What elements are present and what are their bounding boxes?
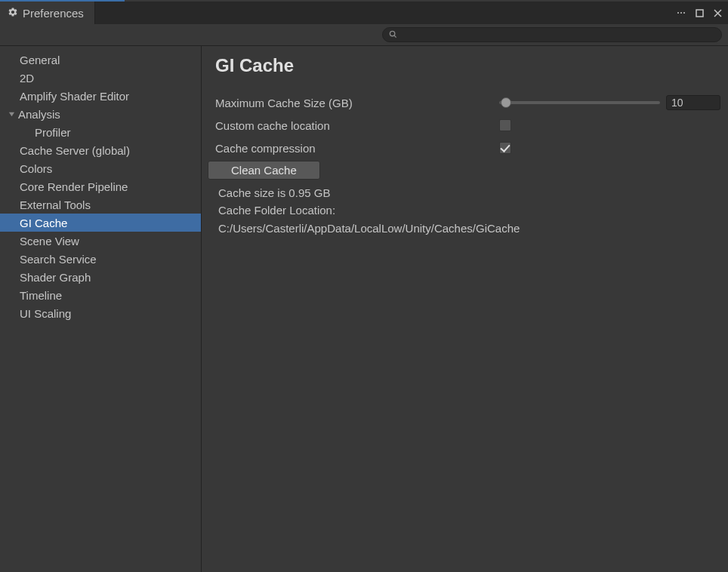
cache-folder-path: C:/Users/Casterli/AppData/LocalLow/Unity… [215, 219, 720, 237]
svg-point-2 [683, 12, 685, 14]
svg-point-1 [680, 12, 682, 14]
svg-rect-3 [696, 10, 703, 17]
sidebar-item-gi-cache[interactable]: GI Cache [0, 214, 201, 232]
cache-compression-label: Cache compression [215, 142, 499, 155]
sidebar-item-label: Amplify Shader Editor [20, 90, 129, 103]
cache-compression-checkbox[interactable] [499, 142, 511, 154]
sidebar-item-search-service[interactable]: Search Service [0, 250, 201, 268]
max-cache-size-label: Maximum Cache Size (GB) [215, 97, 499, 109]
sidebar-item-timeline[interactable]: Timeline [0, 286, 201, 304]
maximize-icon[interactable] [693, 7, 705, 19]
svg-point-0 [677, 12, 679, 14]
sidebar-item-external-tools[interactable]: External Tools [0, 195, 201, 214]
sidebar-item-label: Core Render Pipeline [20, 180, 128, 193]
sidebar-item-general[interactable]: General [0, 51, 201, 69]
sidebar-item-label: Cache Server (global) [20, 144, 130, 157]
sidebar-item-label: General [20, 54, 60, 66]
sidebar-item-profiler[interactable]: Profiler [0, 123, 201, 141]
svg-point-6 [390, 31, 394, 35]
sidebar-item-label: 2D [20, 72, 34, 85]
sidebar-item-ui-scaling[interactable]: UI Scaling [0, 304, 201, 322]
gear-icon [8, 7, 18, 20]
sidebar-item-label: Profiler [35, 126, 71, 139]
custom-cache-location-label: Custom cache location [215, 119, 499, 132]
page-title: GI Cache [215, 55, 720, 76]
sidebar-item-colors[interactable]: Colors [0, 159, 201, 177]
sidebar: General 2D Amplify Shader Editor Analysi… [0, 46, 202, 572]
sidebar-item-label: UI Scaling [20, 307, 71, 320]
sidebar-item-label: External Tools [20, 198, 91, 211]
preferences-tab[interactable]: Preferences [0, 2, 95, 24]
search-icon [389, 29, 397, 41]
sidebar-item-label: Shader Graph [20, 271, 91, 284]
close-icon[interactable] [711, 7, 723, 19]
search-input[interactable] [402, 29, 715, 40]
sidebar-item-shader-graph[interactable]: Shader Graph [0, 268, 201, 286]
sidebar-item-label: GI Cache [20, 217, 67, 229]
chevron-down-icon[interactable] [6, 111, 17, 118]
sidebar-item-label: Search Service [20, 253, 97, 266]
max-cache-size-field[interactable] [666, 95, 720, 110]
svg-line-7 [394, 35, 396, 38]
sidebar-item-label: Analysis [18, 108, 60, 121]
search-row [0, 24, 728, 45]
sidebar-item-amplify-shader-editor[interactable]: Amplify Shader Editor [0, 87, 201, 105]
search-box[interactable] [382, 27, 722, 42]
sidebar-item-2d[interactable]: 2D [0, 69, 201, 87]
sidebar-item-scene-view[interactable]: Scene View [0, 232, 201, 250]
sidebar-item-label: Colors [20, 162, 52, 175]
sidebar-item-label: Scene View [20, 235, 79, 248]
slider-thumb[interactable] [501, 97, 511, 108]
custom-cache-location-checkbox[interactable] [499, 119, 511, 131]
tab-bar: Preferences [0, 2, 728, 24]
sidebar-item-analysis[interactable]: Analysis [0, 105, 201, 123]
sidebar-item-label: Timeline [20, 289, 62, 302]
cache-size-info: Cache size is 0.95 GB [215, 184, 720, 201]
main-panel: GI Cache Maximum Cache Size (GB) Custom … [202, 46, 728, 572]
more-icon[interactable] [675, 7, 687, 19]
svg-marker-8 [8, 112, 14, 115]
max-cache-size-slider[interactable] [499, 101, 660, 104]
sidebar-item-core-render-pipeline[interactable]: Core Render Pipeline [0, 177, 201, 195]
tab-title: Preferences [23, 7, 84, 20]
clean-cache-button[interactable]: Clean Cache [208, 161, 320, 180]
sidebar-item-cache-server-global[interactable]: Cache Server (global) [0, 141, 201, 159]
cache-folder-label: Cache Folder Location: [215, 201, 720, 219]
